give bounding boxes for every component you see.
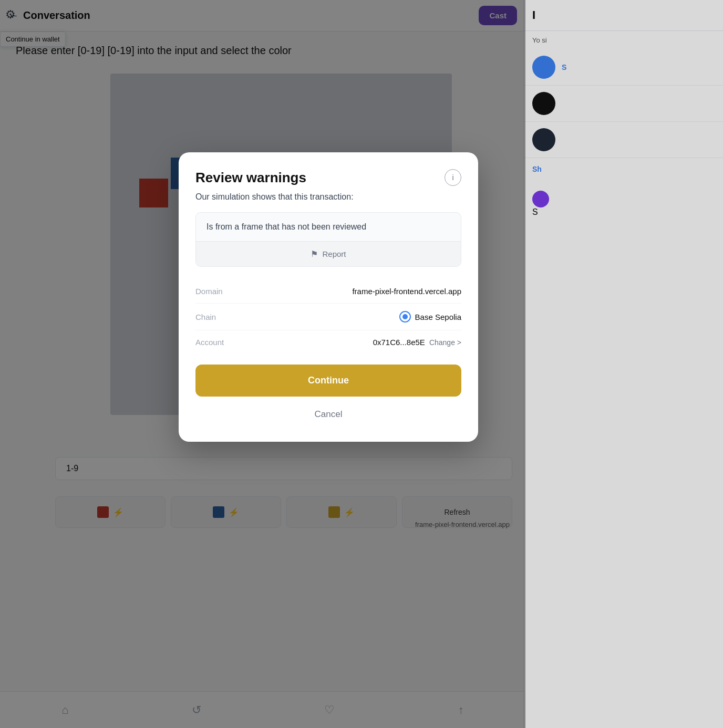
chain-row: Chain Base Sepolia: [195, 304, 461, 330]
report-label: Report: [322, 249, 346, 258]
domain-label: Domain: [195, 287, 223, 296]
account-label: Account: [195, 338, 224, 347]
sidebar-header: I: [524, 0, 723, 31]
sidebar-subtitle-text: Yo si: [532, 36, 547, 44]
cancel-button[interactable]: Cancel: [195, 404, 461, 425]
avatar-1: [532, 56, 555, 79]
flag-icon: ⚑: [311, 249, 318, 259]
modal-header: Review warnings i: [195, 169, 461, 186]
account-row: Account 0x71C6...8e5E Change >: [195, 330, 461, 354]
sidebar-item-3[interactable]: [524, 122, 723, 158]
continue-button[interactable]: Continue: [195, 365, 461, 397]
sidebar-link[interactable]: Sh: [532, 165, 542, 173]
modal-subtitle: Our simulation shows that this transacti…: [195, 192, 461, 202]
domain-row: Domain frame-pixel-frontend.vercel.app: [195, 279, 461, 304]
account-address: 0x71C6...8e5E: [373, 338, 425, 347]
chain-name: Base Sepolia: [415, 313, 461, 321]
domain-value: frame-pixel-frontend.vercel.app: [352, 287, 461, 296]
right-sidebar: I Yo si S Sh S: [523, 0, 723, 728]
sidebar-badge: [532, 191, 549, 207]
sidebar-badge-label: S: [532, 207, 538, 216]
sidebar-title: I: [532, 8, 535, 22]
account-value: 0x71C6...8e5E Change >: [373, 338, 461, 347]
info-icon[interactable]: i: [445, 169, 461, 186]
sidebar-subtitle: Yo si: [524, 31, 723, 49]
chain-label: Chain: [195, 313, 216, 321]
warning-box: Is from a frame that has not been review…: [195, 212, 461, 267]
chain-icon: [399, 311, 411, 323]
report-button[interactable]: ⚑ Report: [196, 242, 461, 266]
change-link[interactable]: Change >: [429, 338, 461, 347]
chain-value: Base Sepolia: [399, 311, 461, 323]
avatar-2: [532, 92, 555, 115]
sidebar-item-1[interactable]: S: [524, 49, 723, 86]
modal-title: Review warnings: [195, 170, 306, 186]
sidebar-item-2[interactable]: [524, 86, 723, 122]
review-warnings-modal: Review warnings i Our simulation shows t…: [179, 152, 478, 442]
info-symbol: i: [452, 173, 453, 182]
warning-text: Is from a frame that has not been review…: [196, 213, 461, 242]
sidebar-name-1: S: [562, 63, 566, 71]
avatar-3: [532, 128, 555, 151]
chain-icon-inner: [402, 314, 408, 319]
